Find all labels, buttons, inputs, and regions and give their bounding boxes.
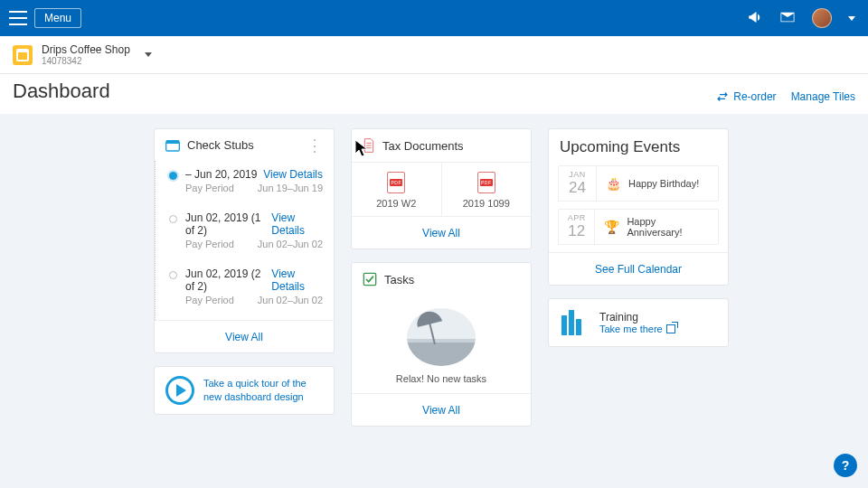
help-button[interactable]: ?: [834, 454, 857, 477]
stub-item: Jun 02, 2019 (1 of 2)View Details Pay Pe…: [173, 204, 323, 260]
top-bar: Menu: [0, 0, 868, 36]
company-logo-icon: [13, 45, 33, 65]
pdf-icon: [477, 172, 495, 193]
tour-card: Take a quick tour of the new dashboard d…: [154, 366, 335, 415]
company-name: Drips Coffee Shop: [42, 43, 130, 56]
beach-illustration: [407, 308, 476, 366]
page-title: Dashboard: [13, 80, 110, 103]
menu-button[interactable]: Menu: [34, 8, 81, 28]
training-icon: [561, 310, 587, 335]
trophy-icon: 🏆: [604, 220, 619, 234]
pdf-icon: [387, 172, 405, 193]
view-all-link[interactable]: View All: [225, 331, 263, 343]
page-header: Dashboard Re-order Manage Tiles: [0, 74, 868, 114]
event-item: APR12 🏆Happy Anniversary!: [558, 209, 719, 245]
tax-doc-item[interactable]: 2019 W2: [352, 163, 442, 216]
card-title: Tax Documents: [382, 139, 464, 153]
chevron-down-icon[interactable]: [848, 16, 855, 21]
tour-link[interactable]: Take a quick tour of the new dashboard d…: [203, 377, 323, 405]
event-item: JAN24 🎂Happy Birthday!: [558, 165, 719, 202]
view-details-link[interactable]: View Details: [263, 168, 323, 181]
reorder-link[interactable]: Re-order: [716, 90, 776, 103]
card-title: Tasks: [384, 273, 414, 286]
overflow-icon[interactable]: ⋮: [307, 141, 323, 150]
tax-doc-item[interactable]: 2019 1099: [442, 163, 532, 216]
mail-icon[interactable]: [779, 9, 796, 28]
play-icon[interactable]: [165, 376, 194, 405]
company-id: 14078342: [42, 56, 130, 66]
training-card: Training Take me there: [548, 298, 729, 347]
check-stub-icon: [165, 139, 180, 152]
view-details-link[interactable]: View Details: [271, 267, 323, 293]
svg-rect-1: [166, 140, 180, 144]
chevron-down-icon: [145, 52, 152, 57]
view-all-link[interactable]: View All: [422, 227, 460, 239]
check-stubs-card: Check Stubs ⋮ – Jun 20, 2019View Details…: [154, 128, 335, 353]
tax-documents-card: Tax Documents 2019 W2 2019 1099 View All: [351, 128, 532, 249]
check-icon: [363, 272, 377, 286]
company-selector[interactable]: Drips Coffee Shop 14078342: [0, 36, 868, 74]
card-title: Check Stubs: [187, 138, 254, 152]
dashboard-board: Check Stubs ⋮ – Jun 20, 2019View Details…: [0, 114, 868, 441]
training-link[interactable]: Take me there: [599, 324, 675, 334]
card-title: Upcoming Events: [549, 129, 728, 165]
tasks-empty-message: Relax! No new tasks: [352, 373, 531, 384]
training-title: Training: [599, 311, 675, 324]
reorder-icon: [716, 90, 729, 103]
announcement-icon[interactable]: [747, 9, 763, 28]
see-calendar-link[interactable]: See Full Calendar: [595, 263, 682, 276]
external-link-icon: [666, 324, 675, 333]
document-icon: [363, 138, 375, 153]
cake-icon: 🎂: [606, 176, 621, 191]
tasks-card: Tasks Relax! No new tasks View All: [351, 262, 532, 427]
stub-item: – Jun 20, 2019View Details Pay PeriodJun…: [173, 161, 323, 204]
view-all-link[interactable]: View All: [422, 404, 460, 417]
stub-item: Jun 02, 2019 (2 of 2)View Details Pay Pe…: [173, 260, 323, 316]
avatar[interactable]: [812, 8, 832, 28]
menu-icon[interactable]: [9, 11, 27, 25]
upcoming-events-card: Upcoming Events JAN24 🎂Happy Birthday! A…: [548, 128, 729, 286]
view-details-link[interactable]: View Details: [271, 211, 323, 237]
manage-tiles-link[interactable]: Manage Tiles: [791, 90, 855, 103]
